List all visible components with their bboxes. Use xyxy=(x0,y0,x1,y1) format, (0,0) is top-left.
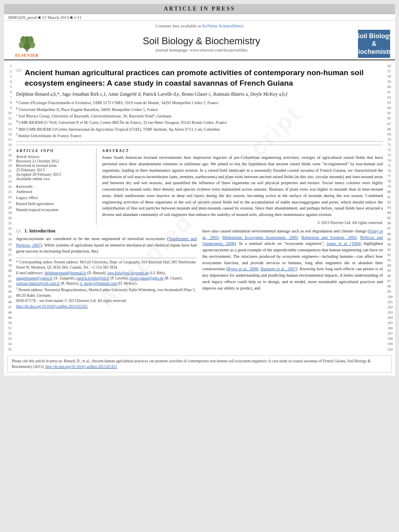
ln38: 38 xyxy=(8,258,12,262)
journal-top-row: ELSEVIER Soil Biology & Biochemistry jou… xyxy=(9,30,390,58)
ln5: 5 xyxy=(10,85,12,89)
rln65: 65 xyxy=(387,111,391,115)
article-title: Ancient human agricultural practices can… xyxy=(25,68,383,88)
article-title-section: Q3 Ancient human agricultural practices … xyxy=(16,64,383,142)
rln73: 73 xyxy=(387,153,391,157)
rln67: 67 xyxy=(387,122,391,126)
email-birk[interactable]: jago.birk@uni-bayreuth.de xyxy=(107,271,149,275)
rln91: 91 xyxy=(387,248,391,252)
ln48: 48 xyxy=(8,310,12,314)
sciverse-link[interactable]: SciVerse ScienceDirect xyxy=(202,23,243,28)
abstract-col: ABSTRACT Some South American lowland env… xyxy=(102,148,383,225)
rln102: 102 xyxy=(387,305,393,309)
ln42: 42 xyxy=(8,279,12,283)
rln88: 88 xyxy=(387,232,391,236)
rln110: 110 xyxy=(387,347,393,351)
rln109: 109 xyxy=(387,342,393,346)
rln62: 62 xyxy=(387,95,391,99)
affil-d: UMR BIOEMCO 7618, Université P. et M. Cu… xyxy=(19,121,227,125)
rln79: 79 xyxy=(387,185,391,189)
section-title-text: Introduction xyxy=(29,228,55,234)
email-lavelle[interactable]: patrick.lavelle@ird.fr xyxy=(76,276,109,280)
rln57: 57 xyxy=(387,69,391,73)
rln85: 85 xyxy=(387,216,391,220)
available-online: Available online xxx xyxy=(16,177,92,181)
ln39: 39 xyxy=(8,263,12,267)
rln105: 105 xyxy=(387,321,393,325)
svg-point-4 xyxy=(19,41,24,48)
article-info-col: ARTICLE INFO Article history: Received 2… xyxy=(16,148,97,225)
email-glaser[interactable]: bruno.glaser@gmx.de xyxy=(130,276,164,280)
ln41: 41 xyxy=(8,274,12,278)
ln33: 33 xyxy=(8,232,12,236)
issn-footnote: 0038-0717/$ – see front matter © 2013 El… xyxy=(16,298,197,304)
rln78: 78 xyxy=(387,179,391,183)
article-in-press-banner: ARTICLE IN PRESS xyxy=(4,4,395,14)
ln29: 29 xyxy=(8,211,12,215)
ref-robertson[interactable]: Robertson and Swinton, 2005 xyxy=(301,235,356,240)
ln44: 44 xyxy=(8,290,12,294)
journal-homepage: journal homepage: www.elsevier.com/locat… xyxy=(45,47,358,52)
ln32: 32 xyxy=(8,226,12,230)
body-two-col: Q1 1. Introduction Agroecosystems are co… xyxy=(16,228,383,309)
keyword-1: Anthrosol xyxy=(16,189,92,195)
rln82: 82 xyxy=(387,200,391,204)
ref-byers[interactable]: Byers et al., 2006 xyxy=(228,267,258,271)
received-date: Received 21 October 2012 xyxy=(16,159,92,163)
rln101: 101 xyxy=(387,300,393,304)
ln40: 40 xyxy=(8,269,12,273)
rln63: 63 xyxy=(387,101,391,105)
rln89: 89 xyxy=(387,237,391,241)
proof-line: SBB5439_proof ■ 15 March 2013 ■ 1/11 xyxy=(4,14,395,21)
rln104: 104 xyxy=(387,316,393,320)
email-mckey[interactable]: d_mckey@hotmail.com xyxy=(80,281,117,286)
affil-c: Soil Physics Group, University of Bayreu… xyxy=(19,114,172,118)
email-blatrix[interactable]: rumsais.blatrix@cefe.cnrs.fr xyxy=(16,281,60,286)
rln87: 87 xyxy=(387,226,391,230)
keyword-2: Legacy effect xyxy=(16,195,92,201)
sciverse-line: Contents lists available at SciVerse Sci… xyxy=(9,23,390,28)
elsevier-tree-icon xyxy=(15,30,39,52)
email-zangerle[interactable]: zangerleanne@yahoo.fr xyxy=(16,276,53,280)
ln35: 35 xyxy=(8,242,12,246)
ref-hastings[interactable]: Hastings et al., 2007 xyxy=(261,267,296,271)
doi-link[interactable]: http://dx.doi.org/10.1016/j.soilbio.2013… xyxy=(16,304,88,308)
ln20: 20 xyxy=(8,164,12,168)
rln103: 103 xyxy=(387,310,393,314)
rln76: 76 xyxy=(387,169,391,173)
ref-millennium[interactable]: Millennium Ecosystem Assessment, 2005 xyxy=(222,235,298,240)
rln68: 68 xyxy=(387,127,391,131)
journal-title: Soil Biology & Biochemistry xyxy=(45,35,358,47)
ln25: 25 xyxy=(8,190,12,194)
line-numbers-left: 1 2 3 4 5 6 7 8 9 10 11 12 13 14 15 16 1… xyxy=(4,60,13,352)
rln95: 95 xyxy=(387,269,391,273)
ref-jones[interactable]: Jones et al. (1994) xyxy=(327,241,361,246)
authors: Delphine Renard a,b,*, Jago Jonathan Bir… xyxy=(16,90,383,98)
ln45: 45 xyxy=(8,295,12,299)
rln90: 90 xyxy=(387,242,391,246)
article-info-abstract: ARTICLE INFO Article history: Received 2… xyxy=(16,145,383,225)
ln17: 17 xyxy=(8,148,12,152)
rln69: 69 xyxy=(387,132,391,136)
revised-label: Received in revised form xyxy=(16,163,92,168)
ln28: 28 xyxy=(8,205,12,210)
intro-para1: Agroecosystems are considered to be the … xyxy=(16,236,197,255)
ln53: 53 xyxy=(8,337,12,341)
ln12: 12 xyxy=(8,122,12,126)
rln58: 58 xyxy=(387,74,391,78)
rln59: 59 xyxy=(387,80,391,84)
ln21: 21 xyxy=(8,169,12,173)
ln6: 6 xyxy=(10,90,12,94)
rln100: 100 xyxy=(387,295,393,299)
keywords-label: Keywords: xyxy=(16,184,92,189)
email-renard[interactable]: delphinerenard@hotmail.fr xyxy=(45,271,86,275)
ref-vandermeer[interactable]: Vandermeer and Perfecto, 2007 xyxy=(16,236,197,247)
rln77: 77 xyxy=(387,174,391,178)
rln99: 99 xyxy=(387,290,391,294)
sbb-logo: Soil Biology& Biochemistry xyxy=(358,30,390,58)
svg-point-5 xyxy=(30,41,35,48)
rln86: 86 xyxy=(387,221,391,225)
rln92: 92 xyxy=(387,253,391,257)
citation-doi-link[interactable]: http://dx.doi.org/10.1016/j.soilbio.2013… xyxy=(45,365,117,369)
ln43: 43 xyxy=(8,284,12,288)
